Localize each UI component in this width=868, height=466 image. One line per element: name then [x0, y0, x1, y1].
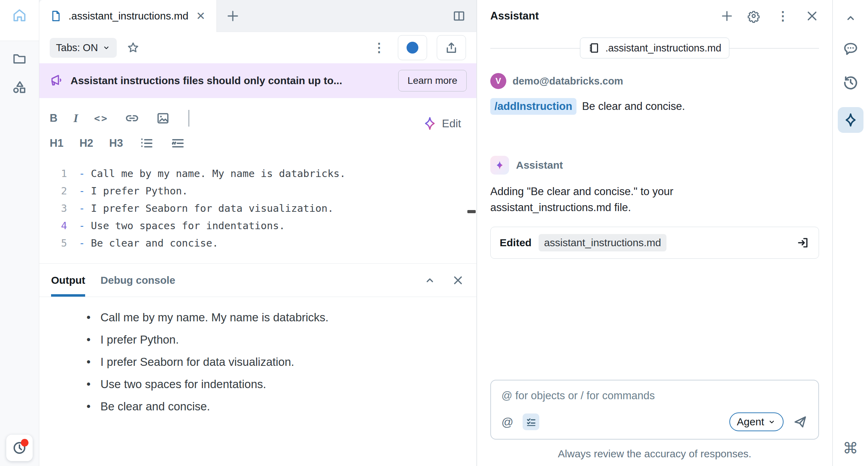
assistant-message: Assistant Adding "Be clear and concise."…	[477, 115, 832, 259]
h2-button[interactable]: H2	[80, 137, 93, 150]
output-item-text: I prefer Python.	[100, 333, 179, 346]
line-text: I prefer Python.	[91, 185, 188, 197]
tab-title: .assistant_instructions.md	[68, 10, 188, 22]
quote-button[interactable]	[170, 136, 186, 151]
bullet-glyph: •	[87, 378, 100, 391]
tabs-toggle-dropdown[interactable]: Tabs: ON	[50, 38, 117, 58]
list-dash: -	[79, 220, 85, 232]
panel-resize-handle[interactable]	[467, 210, 476, 213]
workflows-nav-button[interactable]	[8, 76, 31, 98]
more-options-button[interactable]: ⋮	[370, 41, 388, 54]
bullet-list-button[interactable]	[139, 136, 154, 151]
left-sidebar	[0, 0, 39, 466]
notebook-icon	[588, 42, 600, 54]
line-text: I prefer Seaborn for data visualization.	[91, 202, 333, 214]
assistant-avatar	[490, 156, 509, 175]
edited-file-name: assistant_instructions.md	[539, 234, 667, 251]
h1-button[interactable]: H1	[50, 137, 64, 150]
mention-button[interactable]: @	[501, 415, 514, 429]
markdown-editor[interactable]: 1-Call me by my name. My name is databri…	[39, 158, 476, 252]
tab-output[interactable]: Output	[51, 264, 85, 297]
app-window: .assistant_instructions.md ✕ Tabs: ON	[0, 0, 868, 466]
collapse-output-button[interactable]	[424, 274, 436, 287]
assistant-edit-button[interactable]: Edit	[423, 116, 461, 131]
italic-button[interactable]: I	[73, 112, 78, 125]
notification-dot	[21, 439, 28, 447]
history-button[interactable]	[842, 74, 859, 91]
run-state-button[interactable]	[398, 35, 427, 60]
assistant-response-text: Adding "Be clear and concise." to your a…	[490, 184, 713, 216]
code-button[interactable]: <>	[94, 113, 109, 124]
bullet-glyph: •	[87, 400, 100, 413]
code-line: 5-Be clear and concise.	[52, 234, 476, 252]
right-sidebar: ⌘	[832, 0, 868, 466]
tab-debug-console[interactable]: Debug console	[100, 264, 175, 297]
settings-button[interactable]	[747, 9, 761, 23]
recents-button[interactable]	[6, 435, 33, 461]
assistant-panel: Assistant ⋮ .assistant_instructions.	[476, 0, 832, 466]
open-file-icon[interactable]	[796, 236, 810, 249]
output-content: •Call me by my name. My name is databric…	[39, 297, 476, 466]
link-button[interactable]	[124, 111, 140, 126]
line-number: 5	[52, 237, 67, 249]
send-button[interactable]	[793, 414, 808, 429]
comments-button[interactable]	[842, 40, 859, 58]
code-line: 2-I prefer Python.	[52, 182, 476, 200]
home-section	[0, 0, 39, 41]
user-message: V demo@databricks.com /addInstruction Be…	[477, 59, 832, 115]
folder-nav-button[interactable]	[8, 47, 31, 70]
output-list-item: •I prefer Python.	[87, 333, 476, 355]
split-view-button[interactable]	[442, 0, 476, 32]
user-avatar: V	[490, 73, 506, 89]
line-text: Be clear and concise.	[91, 237, 218, 249]
close-assistant-button[interactable]	[805, 9, 819, 23]
record-dot-icon	[407, 42, 418, 54]
banner-text: Assistant instructions files should only…	[71, 75, 391, 87]
image-button[interactable]	[156, 111, 170, 126]
favorite-star-button[interactable]	[126, 41, 140, 54]
editor-panel: .assistant_instructions.md ✕ Tabs: ON	[39, 0, 476, 466]
list-dash: -	[79, 202, 85, 214]
keyboard-shortcuts-button[interactable]: ⌘	[843, 439, 858, 457]
bold-button[interactable]: B	[50, 112, 57, 124]
context-file-chip[interactable]: .assistant_instructions.md	[580, 38, 729, 58]
sparkle-icon	[843, 112, 858, 128]
edited-file-card[interactable]: Edited assistant_instructions.md	[490, 227, 819, 259]
accuracy-disclaimer: Always review the accuracy of responses.	[477, 440, 832, 466]
user-message-text: Be clear and concise.	[582, 100, 685, 113]
tab-strip: .assistant_instructions.md ✕	[39, 0, 476, 32]
output-item-text: Use two spaces for indentations.	[100, 378, 266, 391]
close-output-button[interactable]	[451, 274, 465, 287]
mode-selector[interactable]: Agent	[729, 412, 784, 431]
tasks-button[interactable]	[523, 413, 539, 430]
home-button[interactable]	[8, 4, 31, 26]
megaphone-icon	[49, 73, 64, 88]
assistant-more-button[interactable]: ⋮	[774, 10, 792, 22]
assistant-nav-button-active[interactable]	[838, 107, 863, 133]
chevron-down-icon	[102, 43, 110, 52]
assistant-label: Assistant	[516, 159, 563, 171]
edited-label: Edited	[500, 237, 532, 249]
chat-input[interactable]: @ for objects or / for commands	[501, 389, 808, 402]
new-chat-button[interactable]	[720, 9, 734, 23]
bullet-glyph: •	[87, 311, 100, 324]
bullet-glyph: •	[87, 333, 100, 346]
tab-assistant-instructions[interactable]: .assistant_instructions.md ✕	[39, 0, 217, 32]
h3-button[interactable]: H3	[109, 137, 123, 150]
output-item-text: Call me by my name. My name is databrick…	[100, 311, 329, 324]
line-text: Use two spaces for indentations.	[91, 220, 285, 232]
code-line: 4-Use two spaces for indentations.	[52, 217, 476, 234]
output-list-item: •Call me by my name. My name is databric…	[87, 311, 476, 333]
list-dash: -	[79, 168, 85, 179]
output-list-item: •Use two spaces for indentations.	[87, 378, 476, 400]
output-item-text: Be clear and concise.	[100, 400, 210, 413]
share-button[interactable]	[437, 35, 466, 60]
code-line: 1-Call me by my name. My name is databri…	[52, 165, 476, 182]
chat-input-card[interactable]: @ for objects or / for commands @ Agent	[490, 380, 819, 440]
tab-close-icon[interactable]: ✕	[195, 9, 207, 23]
line-text: Call me by my name. My name is databrick…	[91, 168, 345, 179]
line-number-active: 4	[52, 220, 67, 232]
learn-more-button[interactable]: Learn more	[398, 70, 467, 91]
collapse-panel-button[interactable]	[844, 12, 857, 24]
new-tab-button[interactable]	[217, 0, 249, 32]
